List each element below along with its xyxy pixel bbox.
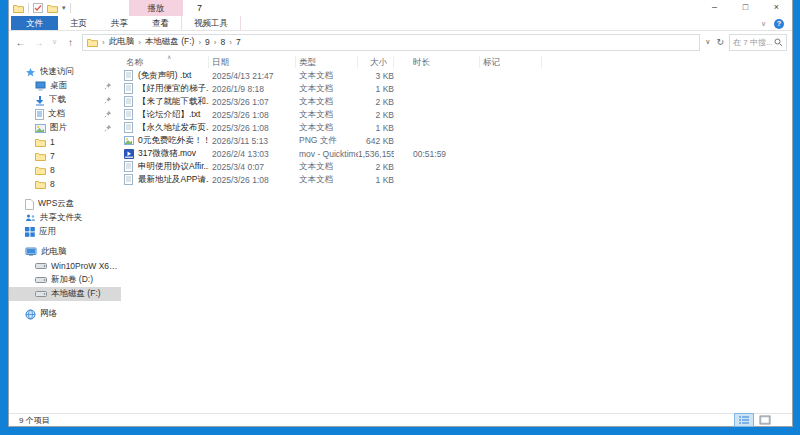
file-size: 1 KB	[358, 123, 394, 133]
file-type: 文本文档	[296, 161, 358, 173]
maximize-button[interactable]: □	[730, 0, 761, 16]
folder-icon	[35, 152, 46, 161]
back-button[interactable]: ←	[14, 37, 27, 48]
search-input[interactable]: 在 7 中搜...	[729, 34, 787, 51]
help-icon[interactable]: ?	[774, 19, 784, 29]
wps-cloud-icon	[25, 199, 34, 210]
column-header-name[interactable]: 名称	[123, 56, 209, 68]
sidebar-item-folder-8b[interactable]: 8	[9, 177, 121, 191]
breadcrumb-folder-9[interactable]: 9	[205, 37, 210, 47]
contextual-tab-play[interactable]: 播放	[129, 0, 183, 16]
tab-home[interactable]: 主页	[58, 16, 99, 30]
pin-icon	[104, 82, 112, 90]
document-icon	[35, 109, 44, 120]
sidebar-item-drive-d[interactable]: 新加卷 (D:)	[9, 273, 121, 287]
breadcrumb-this-pc[interactable]: 此电脑	[109, 36, 135, 48]
breadcrumb-folder-7[interactable]: 7	[236, 37, 241, 47]
file-name: 【论坛介绍】.txt	[138, 109, 200, 121]
file-row[interactable]: 【来了就能下载和... 2025/3/26 1:07 文本文档 2 KB	[121, 95, 792, 108]
column-header-type[interactable]: 类型	[296, 56, 358, 68]
shared-folder-icon	[25, 213, 36, 223]
checkbox-icon[interactable]	[33, 3, 43, 13]
sidebar-item-wps-cloud[interactable]: WPS云盘	[9, 197, 121, 211]
sidebar-item-quick-access[interactable]: 快速访问	[9, 65, 121, 79]
sidebar-item-apps[interactable]: 应用	[9, 225, 121, 239]
status-bar: 9 个项目	[9, 413, 792, 426]
file-row[interactable]: 最新地址及APP请... 2025/3/26 1:08 文本文档 1 KB	[121, 173, 792, 186]
column-header-date[interactable]: 日期	[209, 56, 296, 68]
file-name: 317微微猪.mov	[138, 148, 196, 160]
sidebar-item-label: 下载	[49, 94, 66, 106]
file-row[interactable]: 317微微猪.mov 2026/2/4 13:03 mov - Quicktim…	[121, 147, 792, 160]
file-type: 文本文档	[296, 70, 358, 82]
file-row[interactable]: 0元免费吃外卖！！... 2026/3/11 5:13 PNG 文件 642 K…	[121, 134, 792, 147]
tab-video-tools[interactable]: 视频工具	[181, 16, 241, 30]
breadcrumb[interactable]: › 此电脑 › 本地磁盘 (F:) › 9 › 8 › 7	[82, 34, 700, 51]
file-row[interactable]: 申明使用协议Affir... 2025/3/4 0:07 文本文档 2 KB	[121, 160, 792, 173]
sidebar-item-shared-folders[interactable]: 共享文件夹	[9, 211, 121, 225]
file-size: 2 KB	[358, 162, 394, 172]
sidebar-item-pictures[interactable]: 图片	[9, 121, 121, 135]
sidebar-item-documents[interactable]: 文档	[9, 107, 121, 121]
sidebar-item-downloads[interactable]: 下载	[9, 93, 121, 107]
sidebar-item-drive-c[interactable]: Win10ProW X64 (C:)	[9, 259, 121, 273]
details-view-button[interactable]	[735, 414, 753, 426]
desktop-icon	[35, 81, 46, 91]
file-length: 00:51:59	[410, 149, 480, 159]
tab-view[interactable]: 查看	[140, 16, 181, 30]
address-dropdown-icon[interactable]: ∨	[705, 38, 710, 46]
sidebar-item-folder-7[interactable]: 7	[9, 149, 121, 163]
file-name: 最新地址及APP请...	[138, 174, 209, 186]
column-header-length[interactable]: 时长	[410, 56, 480, 68]
file-date: 2026/3/11 5:13	[209, 136, 296, 146]
sidebar-item-label: 文档	[48, 108, 65, 120]
up-button[interactable]: ↑	[64, 37, 77, 48]
ribbon-collapse-icon[interactable]: ∨	[761, 20, 766, 28]
column-header-size[interactable]: 大小	[358, 56, 394, 68]
text-file-icon	[123, 83, 134, 94]
video-file-icon	[123, 149, 134, 159]
qat-dropdown-icon[interactable]: ▾	[62, 3, 66, 13]
minimize-button[interactable]: –	[699, 0, 730, 16]
breadcrumb-drive-f[interactable]: 本地磁盘 (F:)	[145, 36, 195, 48]
tab-file[interactable]: 文件	[11, 16, 58, 30]
text-file-icon	[123, 174, 134, 185]
sidebar-item-desktop[interactable]: 桌面	[9, 79, 121, 93]
file-row[interactable]: 【论坛介绍】.txt 2025/3/26 1:08 文本文档 2 KB	[121, 108, 792, 121]
sidebar-item-folder-1[interactable]: 1	[9, 135, 121, 149]
recent-locations-icon[interactable]: ∨	[50, 38, 59, 46]
sidebar-item-network[interactable]: 网络	[9, 307, 121, 321]
folder-icon	[35, 180, 46, 189]
network-icon	[25, 309, 36, 320]
drive-icon	[35, 290, 47, 298]
forward-button[interactable]: →	[32, 37, 45, 48]
thumbnail-view-button[interactable]	[756, 414, 774, 426]
breadcrumb-folder-8[interactable]: 8	[221, 37, 226, 47]
divider	[28, 3, 29, 13]
window-title: 7	[197, 0, 202, 16]
folder-icon	[87, 38, 98, 47]
pin-icon	[104, 96, 112, 104]
sidebar-item-label: 7	[50, 151, 55, 161]
file-row[interactable]: 【好用便宜的梯子... 2026/1/9 8:18 文本文档 1 KB	[121, 82, 792, 95]
folder-icon	[35, 166, 46, 175]
folder-icon[interactable]	[13, 4, 24, 13]
sidebar-item-folder-8[interactable]: 8	[9, 163, 121, 177]
sidebar-item-label: 此电脑	[41, 246, 67, 258]
folder-icon[interactable]	[47, 4, 58, 13]
column-header-tags[interactable]: 标记	[480, 56, 542, 68]
file-name: (免责声明) .txt	[138, 70, 191, 82]
title-bar: ▾ 播放 7 – □ ×	[9, 0, 792, 16]
close-button[interactable]: ×	[761, 0, 792, 16]
refresh-icon[interactable]: ↻	[716, 37, 724, 47]
file-type: 文本文档	[296, 96, 358, 108]
file-size: 2 KB	[358, 110, 394, 120]
sidebar-item-label: 8	[50, 179, 55, 189]
file-row[interactable]: 【永久地址发布页... 2025/3/26 1:08 文本文档 1 KB	[121, 121, 792, 134]
file-size: 1 KB	[358, 84, 394, 94]
tab-share[interactable]: 共享	[99, 16, 140, 30]
sidebar-item-label: 本地磁盘 (F:)	[51, 288, 101, 300]
sidebar-item-drive-f[interactable]: 本地磁盘 (F:)	[9, 287, 121, 301]
file-row[interactable]: (免责声明) .txt 2025/4/13 21:47 文本文档 3 KB	[121, 69, 792, 82]
sidebar-item-this-pc[interactable]: 此电脑	[9, 245, 121, 259]
